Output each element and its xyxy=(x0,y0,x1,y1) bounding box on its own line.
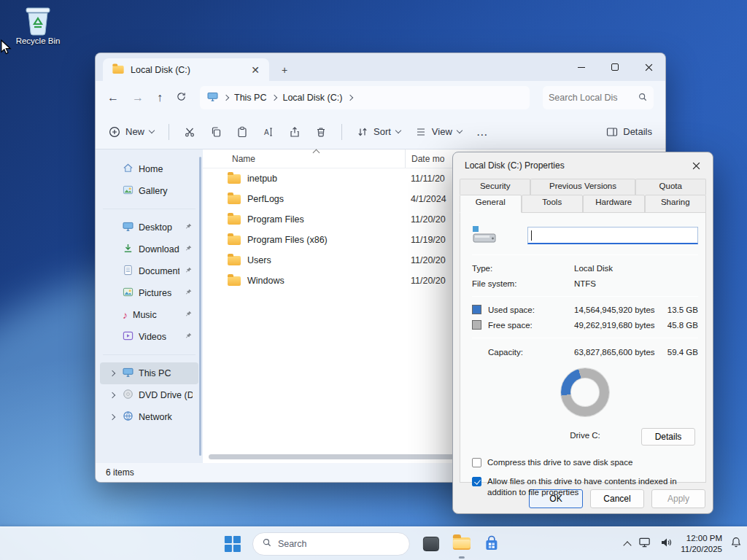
tab-hardware[interactable]: Hardware xyxy=(583,195,645,213)
details-button[interactable]: Details xyxy=(641,428,695,446)
index-checkbox[interactable] xyxy=(472,477,481,486)
tab-previous-versions[interactable]: Previous Versions xyxy=(530,179,635,195)
folder-icon xyxy=(228,236,241,245)
sidebar-item-network[interactable]: Network xyxy=(100,406,198,428)
sidebar-item-home[interactable]: Home xyxy=(100,158,198,180)
filesystem-label: File system: xyxy=(472,279,574,288)
tab-quota[interactable]: Quota xyxy=(635,179,706,195)
separator xyxy=(472,254,698,255)
view-button[interactable]: View xyxy=(415,126,462,138)
sidebar-item-videos[interactable]: Videos xyxy=(100,326,198,348)
chevron-down-icon xyxy=(149,128,155,133)
column-header-date[interactable]: Date mo xyxy=(405,149,444,168)
details-pane-icon xyxy=(606,126,618,138)
sidebar-item-music[interactable]: ♪ Music xyxy=(100,304,198,326)
expand-chevron-icon[interactable] xyxy=(107,415,117,419)
start-button[interactable] xyxy=(225,536,241,552)
mouse-cursor xyxy=(0,39,12,58)
capacity-size: 59.4 GB xyxy=(656,348,698,357)
dialog-close-button[interactable] xyxy=(684,155,708,176)
sidebar-item-documents[interactable]: Documents xyxy=(100,260,198,282)
tab-general[interactable]: General xyxy=(460,195,522,213)
delete-button[interactable] xyxy=(315,126,327,138)
sidebar-item-this-pc[interactable]: This PC xyxy=(100,362,198,384)
sidebar-item-dvd-drive[interactable]: DVD Drive (D:) D xyxy=(100,384,198,406)
details-pane-button[interactable]: Details xyxy=(606,126,652,138)
new-tab-button[interactable]: + xyxy=(276,62,293,78)
separator xyxy=(472,338,698,338)
compress-checkbox[interactable] xyxy=(472,458,481,467)
tab-close-icon[interactable]: ✕ xyxy=(247,62,263,78)
capacity-donut xyxy=(561,368,609,416)
pictures-icon xyxy=(123,287,133,300)
explorer-tab[interactable]: Local Disk (C:) ✕ xyxy=(103,58,269,81)
taskbar-clock[interactable]: 12:00 PM 11/20/2025 xyxy=(681,533,722,554)
drive-row: Drive C: Details xyxy=(472,431,698,448)
explorer-tab-strip: Local Disk (C:) ✕ + xyxy=(96,53,665,81)
sort-icon xyxy=(357,126,368,138)
pin-icon xyxy=(185,310,193,320)
capacity-chart-zone xyxy=(472,364,698,431)
minimize-button[interactable] xyxy=(565,53,598,81)
tab-sharing[interactable]: Sharing xyxy=(645,195,707,213)
notifications-icon[interactable] xyxy=(731,537,741,551)
rename-button[interactable]: A xyxy=(263,126,274,138)
tab-security[interactable]: Security xyxy=(460,179,530,195)
horizontal-scrollbar[interactable] xyxy=(209,454,463,459)
toolbar-divider xyxy=(341,124,342,140)
volume-tray-icon[interactable] xyxy=(660,537,672,551)
tab-tools[interactable]: Tools xyxy=(522,195,584,213)
hidden-icons-chevron[interactable] xyxy=(624,541,632,549)
search-box[interactable] xyxy=(543,86,654,109)
clock-date: 11/20/2025 xyxy=(681,544,722,554)
taskbar-file-explorer[interactable] xyxy=(452,534,471,553)
expand-chevron-icon[interactable] xyxy=(107,371,117,376)
taskbar-microsoft-store[interactable] xyxy=(483,535,500,553)
sidebar-item-gallery[interactable]: Gallery xyxy=(100,180,198,202)
videos-icon xyxy=(123,330,133,343)
up-button[interactable]: ↑ xyxy=(157,92,163,104)
search-input[interactable] xyxy=(549,93,638,103)
cut-button[interactable] xyxy=(184,126,196,138)
sidebar-item-desktop[interactable]: Desktop xyxy=(100,217,198,238)
address-bar[interactable]: This PC Local Disk (C:) xyxy=(200,86,530,109)
close-button[interactable] xyxy=(632,53,665,81)
copy-button[interactable] xyxy=(210,126,222,138)
taskbar-app-dark-window[interactable] xyxy=(422,534,441,553)
navigation-bar: ← → ↑ This PC Local Disk (C:) xyxy=(96,81,665,114)
more-options-button[interactable]: … xyxy=(476,125,488,139)
breadcrumb-chevron-icon xyxy=(271,95,277,101)
network-tray-icon[interactable] xyxy=(639,537,651,551)
forward-button[interactable]: → xyxy=(132,92,144,104)
sidebar-item-pictures[interactable]: Pictures xyxy=(100,282,198,304)
sidebar-divider xyxy=(103,202,196,209)
chevron-down-icon xyxy=(457,128,462,133)
folder-icon xyxy=(112,66,123,74)
recycle-bin-shortcut[interactable]: Recycle Bin xyxy=(7,4,69,45)
sort-button[interactable]: Sort xyxy=(357,126,400,138)
properties-dialog: Local Disk (C:) Properties Security Prev… xyxy=(452,152,713,514)
column-header-name[interactable]: Name xyxy=(203,154,405,164)
index-checkbox-row[interactable]: Allow files on this drive to have conten… xyxy=(472,476,698,497)
share-button[interactable] xyxy=(289,126,301,138)
expand-chevron-icon[interactable] xyxy=(107,393,117,397)
taskbar-search-label: Search xyxy=(278,539,307,549)
maximize-button[interactable] xyxy=(598,53,632,81)
breadcrumb-this-pc[interactable]: This PC xyxy=(234,93,266,103)
paste-button[interactable] xyxy=(236,126,248,138)
pin-icon xyxy=(185,288,193,298)
taskbar-search[interactable]: Search xyxy=(252,532,410,556)
dvd-drive-icon xyxy=(123,389,133,402)
volume-label-input[interactable] xyxy=(527,227,698,244)
refresh-button[interactable] xyxy=(176,91,187,104)
breadcrumb-local-disk[interactable]: Local Disk (C:) xyxy=(282,93,342,103)
sidebar-item-downloads[interactable]: Downloads xyxy=(100,238,198,260)
compress-checkbox-row[interactable]: Compress this drive to save disk space xyxy=(472,457,698,467)
active-app-indicator xyxy=(459,556,465,559)
free-space-size: 45.8 GB xyxy=(656,321,698,330)
general-tab-page: Type: Local Disk File system: NTFS Used … xyxy=(460,212,706,483)
index-checkbox-label: Allow files on this drive to have conten… xyxy=(487,476,698,497)
back-button[interactable]: ← xyxy=(107,92,119,104)
new-button[interactable]: New xyxy=(109,126,154,138)
pin-icon xyxy=(185,266,193,276)
